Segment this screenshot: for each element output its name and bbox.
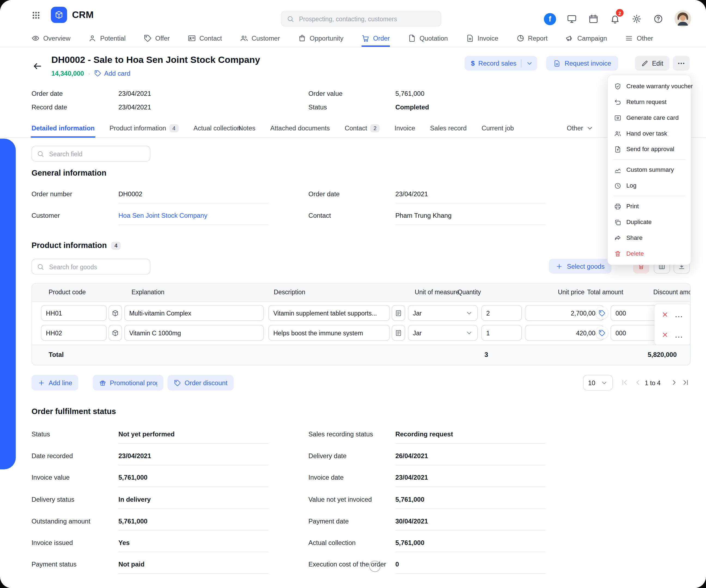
total-quantity: 3: [484, 351, 488, 358]
goods-search-input[interactable]: [48, 263, 145, 271]
menu-label: Print: [626, 203, 639, 210]
nav-report[interactable]: Report: [516, 30, 547, 47]
unit-price-input[interactable]: [525, 325, 603, 341]
nav-campaign[interactable]: Campaign: [565, 30, 607, 47]
nav-overview[interactable]: Overview: [32, 30, 71, 47]
menu-item-delete[interactable]: Delete: [608, 246, 691, 262]
delete-row-button[interactable]: [661, 310, 668, 318]
field-search-input[interactable]: [48, 150, 145, 158]
facebook-icon[interactable]: f: [544, 13, 556, 25]
quantity-input[interactable]: [481, 325, 522, 341]
unit-select[interactable]: Jar: [408, 325, 478, 341]
tab-contact[interactable]: Contact2: [345, 119, 380, 137]
delete-row-button[interactable]: [661, 331, 668, 338]
nav-contact[interactable]: Contact: [188, 30, 222, 47]
app-grid-icon[interactable]: [32, 10, 41, 20]
first-page-icon[interactable]: [621, 378, 629, 387]
field-label: Outstanding amount: [32, 517, 90, 524]
description-input[interactable]: [268, 305, 390, 321]
product-code-input[interactable]: [41, 305, 107, 321]
menu-item-log[interactable]: Log: [608, 178, 691, 194]
back-button[interactable]: [32, 60, 44, 72]
nav-potential[interactable]: Potential: [88, 30, 125, 47]
price-tag-icon[interactable]: [596, 307, 608, 319]
unit-price-input[interactable]: [525, 305, 603, 321]
page-size-select[interactable]: 10: [583, 375, 613, 391]
quantity-input[interactable]: [481, 305, 522, 321]
menu-item-create-warranty-voucher[interactable]: Create warranty voucher: [608, 78, 691, 94]
row-more-button[interactable]: …: [674, 332, 683, 337]
description-note-button[interactable]: [392, 325, 405, 341]
screen-share-icon[interactable]: [567, 14, 577, 24]
menu-item-return-request[interactable]: Return request: [608, 94, 691, 110]
tab-current-job[interactable]: Current job: [481, 119, 514, 137]
request-invoice-button[interactable]: Request invoice: [546, 56, 618, 71]
previous-page-icon[interactable]: [634, 378, 643, 387]
col-total-amount: Total amount: [587, 289, 624, 296]
product-lookup-button[interactable]: [108, 305, 122, 321]
row-more-button[interactable]: …: [674, 312, 683, 317]
tab-sales-record[interactable]: Sales record: [430, 119, 467, 137]
tab-invoice[interactable]: Invoice: [394, 119, 415, 137]
explanation-input[interactable]: [124, 305, 264, 321]
nav-other[interactable]: Other: [625, 30, 653, 47]
total-amount: 5,820,000: [613, 351, 677, 358]
promotional-program-button[interactable]: Promotional program: [93, 375, 164, 391]
edit-button[interactable]: Edit: [635, 56, 669, 71]
tab-other[interactable]: Other: [567, 119, 593, 137]
global-search-input[interactable]: [298, 15, 435, 23]
add-card-button[interactable]: Add card: [94, 70, 130, 77]
nav-quotation[interactable]: Quotation: [408, 30, 448, 47]
settings-gear-icon[interactable]: [632, 14, 641, 24]
description-note-button[interactable]: [392, 305, 405, 321]
global-search[interactable]: [281, 11, 441, 27]
unit-select[interactable]: Jar: [408, 305, 478, 321]
nav-invoice[interactable]: Invoice: [466, 30, 498, 47]
product-code-input[interactable]: [41, 325, 107, 341]
tab-notes[interactable]: Notes: [238, 119, 256, 137]
add-line-button[interactable]: Add line: [32, 375, 79, 391]
price-tag-icon[interactable]: [596, 327, 608, 339]
field-search[interactable]: [32, 146, 150, 162]
menu-item-share[interactable]: Share: [608, 230, 691, 246]
nav-opportunity[interactable]: Opportunity: [298, 30, 344, 47]
help-icon[interactable]: [654, 14, 663, 24]
menu-item-generate-care-card[interactable]: Generate care card: [608, 110, 691, 125]
select-goods-button[interactable]: Select goods: [549, 259, 612, 274]
menu-item-hand-over-task[interactable]: Hand over task: [608, 125, 691, 141]
tab-detailed-information[interactable]: Detailed information: [32, 119, 95, 137]
product-lookup-button[interactable]: [108, 325, 122, 341]
field-value: 0: [395, 561, 545, 574]
record-sales-button[interactable]: $ Record sales: [465, 56, 537, 71]
nav-customer[interactable]: Customer: [240, 30, 280, 47]
menu-divider: [613, 196, 685, 196]
customer-link[interactable]: Hoa Sen Joint Stock Company: [118, 212, 268, 225]
description-input[interactable]: [268, 325, 390, 341]
calendar-icon[interactable]: [589, 14, 598, 24]
nav-order[interactable]: Order: [361, 30, 390, 47]
more-actions-button[interactable]: …: [673, 56, 690, 71]
chevron-down-icon: [466, 329, 473, 336]
user-avatar[interactable]: [674, 10, 691, 27]
nav-offer[interactable]: Offer: [144, 30, 170, 47]
tab-attached-documents[interactable]: Attached documents: [270, 119, 330, 137]
next-page-icon[interactable]: [670, 378, 679, 387]
goods-search[interactable]: [32, 259, 150, 275]
chevron-down-icon[interactable]: [526, 59, 533, 67]
more-actions-menu: Create warranty voucher Return request G…: [607, 75, 691, 265]
summary-label: Status: [308, 103, 327, 111]
menu-item-send-for-approval[interactable]: Send for approval: [608, 141, 691, 157]
menu-bars-icon: [625, 34, 633, 42]
last-page-icon[interactable]: [682, 378, 691, 387]
plus-icon: [38, 379, 45, 386]
tab-product-information[interactable]: Product information4: [110, 119, 179, 137]
explanation-input[interactable]: [124, 325, 264, 341]
more-icon: …: [677, 57, 685, 66]
menu-item-custom-summary[interactable]: Custom summary: [608, 162, 691, 178]
tab-actual-collection[interactable]: Actual collection: [193, 119, 240, 137]
menu-item-print[interactable]: Print: [608, 199, 691, 214]
summary-label: Order date: [32, 90, 63, 97]
menu-item-duplicate[interactable]: Duplicate: [608, 214, 691, 230]
quotation-icon: [408, 34, 416, 42]
order-discount-button[interactable]: Order discount: [167, 375, 234, 391]
